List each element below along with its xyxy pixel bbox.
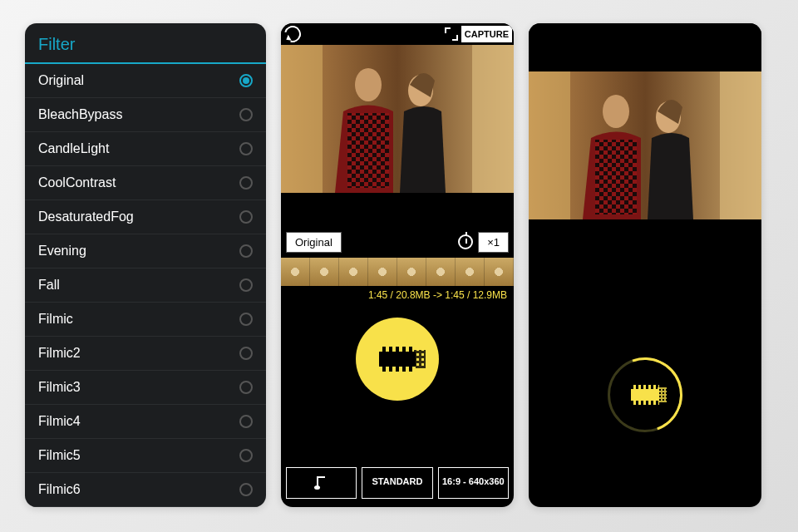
processing-panel — [529, 23, 761, 507]
preview-image — [281, 45, 514, 193]
filter-speed-row: Original ×1 — [281, 229, 514, 254]
fullscreen-icon[interactable] — [445, 27, 458, 41]
capture-button[interactable]: CAPTURE — [461, 26, 512, 42]
filter-item-fall[interactable]: Fall — [25, 268, 266, 303]
film-icon — [631, 385, 659, 405]
filter-item-filmic2[interactable]: Filmic2 — [25, 337, 266, 371]
compression-info: 1:45 / 20.8MB -> 1:45 / 12.9MB — [281, 286, 514, 301]
svg-point-13 — [603, 95, 629, 128]
capture-panel: CAPTURE Original ×1 1:45 / 20.8MB -> 1:4… — [281, 23, 514, 507]
filter-label: Original — [38, 73, 84, 88]
filter-label: Filmic6 — [38, 482, 81, 497]
filter-label: DesaturatedFog — [38, 209, 134, 224]
process-button[interactable] — [356, 318, 439, 401]
filter-label: Filmic4 — [38, 414, 81, 429]
filter-item-candlelight[interactable]: CandleLight — [25, 132, 266, 166]
filter-label: CoolContrast — [38, 175, 116, 190]
svg-rect-3 — [472, 45, 514, 193]
radio-icon[interactable] — [239, 449, 253, 462]
stopwatch-icon[interactable] — [458, 234, 473, 249]
radio-icon[interactable] — [239, 278, 253, 292]
quality-button[interactable]: STANDARD — [362, 467, 432, 499]
filter-item-evening[interactable]: Evening — [25, 234, 266, 268]
radio-icon[interactable] — [239, 381, 253, 394]
radio-icon[interactable] — [239, 142, 253, 155]
music-button[interactable] — [286, 467, 357, 499]
filter-item-filmic4[interactable]: Filmic4 — [25, 405, 266, 439]
filter-label: Fall — [38, 278, 60, 293]
svg-rect-11 — [529, 71, 570, 219]
svg-point-4 — [355, 68, 382, 101]
filter-list-title: Filter — [25, 23, 266, 62]
capture-topbar: CAPTURE — [281, 23, 514, 45]
filter-item-coolcontrast[interactable]: CoolContrast — [25, 166, 266, 200]
radio-icon[interactable] — [239, 244, 253, 258]
radio-icon[interactable] — [239, 483, 253, 496]
film-icon — [379, 347, 416, 372]
filter-list-panel: Filter OriginalBleachBypassCandleLightCo… — [25, 23, 266, 507]
speed-tag[interactable]: ×1 — [478, 232, 509, 253]
filter-label: Evening — [38, 244, 86, 259]
processing-preview — [529, 71, 761, 219]
refresh-icon[interactable] — [281, 23, 303, 46]
filter-label: Filmic2 — [38, 346, 81, 361]
filter-label: BleachBypass — [38, 107, 122, 122]
radio-icon[interactable] — [239, 210, 253, 224]
radio-icon[interactable] — [239, 415, 253, 428]
svg-rect-12 — [720, 71, 761, 219]
filter-label: Filmic — [38, 312, 73, 327]
filter-item-filmic5[interactable]: Filmic5 — [25, 439, 266, 473]
music-icon — [317, 476, 327, 488]
preview-gap — [281, 193, 514, 229]
filter-item-original[interactable]: Original — [25, 64, 266, 98]
timeline-thumbnails[interactable] — [281, 258, 514, 286]
progress-indicator — [608, 357, 682, 432]
filter-label: Filmic3 — [38, 380, 81, 395]
radio-icon[interactable] — [239, 74, 253, 87]
progress-ring — [608, 357, 682, 432]
radio-icon[interactable] — [239, 347, 253, 360]
radio-icon[interactable] — [239, 108, 253, 121]
preview-image — [529, 71, 761, 219]
resolution-button[interactable]: 16:9 - 640x360 — [438, 467, 509, 499]
bottom-options: STANDARD 16:9 - 640x360 — [286, 467, 509, 499]
current-filter-tag[interactable]: Original — [286, 232, 342, 253]
filter-item-bleachbypass[interactable]: BleachBypass — [25, 98, 266, 132]
filter-item-filmic3[interactable]: Filmic3 — [25, 371, 266, 405]
svg-rect-2 — [281, 45, 323, 193]
radio-icon[interactable] — [239, 313, 253, 326]
filter-item-filmic[interactable]: Filmic — [25, 303, 266, 337]
radio-icon[interactable] — [239, 176, 253, 190]
filter-item-filmic6[interactable]: Filmic6 — [25, 473, 266, 507]
filter-label: Filmic5 — [38, 448, 81, 463]
filter-label: CandleLight — [38, 141, 109, 156]
video-preview[interactable] — [281, 45, 514, 193]
filter-item-desaturatedfog[interactable]: DesaturatedFog — [25, 200, 266, 234]
